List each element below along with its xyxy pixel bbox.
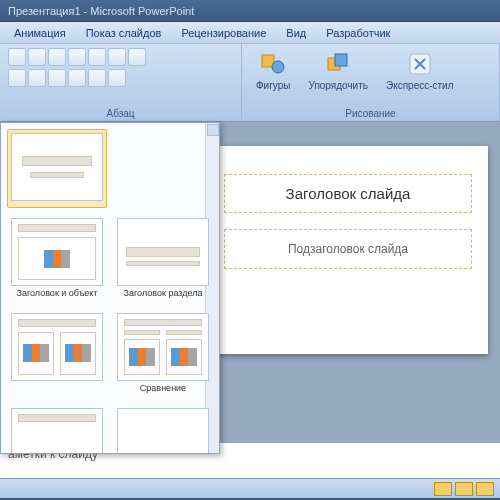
content-icon <box>129 348 155 366</box>
view-normal-button[interactable] <box>434 482 452 496</box>
gallery-scrollbar[interactable] <box>205 123 219 453</box>
view-sorter-button[interactable] <box>455 482 473 496</box>
content-icon <box>171 348 197 366</box>
arrange-icon <box>324 50 352 78</box>
content-icon <box>44 250 70 268</box>
quick-styles-icon <box>406 50 434 78</box>
numbering-button[interactable] <box>28 48 46 66</box>
group-label-paragraph: Абзац <box>8 106 233 121</box>
content-icon <box>23 344 49 362</box>
align-justify-button[interactable] <box>68 69 86 87</box>
title-placeholder[interactable]: Заголовок слайда <box>224 174 472 213</box>
window-titlebar: Презентация1 - Microsoft PowerPoint <box>0 0 500 22</box>
smartart-button[interactable] <box>108 69 126 87</box>
layout-item-title-content[interactable]: Заголовок и объект <box>7 214 107 303</box>
ribbon-group-paragraph: Абзац <box>0 44 242 121</box>
svg-rect-3 <box>335 54 347 66</box>
view-slideshow-button[interactable] <box>476 482 494 496</box>
content-icon <box>65 344 91 362</box>
bullets-button[interactable] <box>8 48 26 66</box>
layout-gallery: Заголовок и объект Заголовок раздела <box>0 122 220 454</box>
arrange-button[interactable]: Упорядочить <box>302 48 374 93</box>
text-direction-button[interactable] <box>108 48 126 66</box>
tab-developer[interactable]: Разработчик <box>316 24 400 42</box>
shapes-button[interactable]: Фигуры <box>250 48 296 93</box>
window-title: Презентация1 - Microsoft PowerPoint <box>8 5 194 17</box>
group-label-drawing: Рисование <box>250 106 491 121</box>
ribbon-tabs: Анимация Показ слайдов Рецензирование Ви… <box>0 22 500 44</box>
layout-item-comparison[interactable]: Сравнение <box>113 309 213 398</box>
layout-item-section-header[interactable]: Заголовок раздела <box>113 214 213 303</box>
layout-item-title-slide[interactable] <box>7 129 107 208</box>
tab-slideshow[interactable]: Показ слайдов <box>76 24 172 42</box>
scroll-up-icon[interactable] <box>207 124 219 136</box>
columns-button[interactable] <box>88 69 106 87</box>
align-right-button[interactable] <box>48 69 66 87</box>
workspace: Заголовок слайда Подзаголовок слайда <box>0 122 500 442</box>
slide-canvas[interactable]: Заголовок слайда Подзаголовок слайда <box>208 146 488 354</box>
subtitle-placeholder[interactable]: Подзаголовок слайда <box>224 229 472 269</box>
ribbon: Абзац Фигуры Упорядочить Экспресс-стил <box>0 44 500 122</box>
quick-styles-button[interactable]: Экспресс-стил <box>380 48 460 93</box>
align-left-button[interactable] <box>8 69 26 87</box>
tab-review[interactable]: Рецензирование <box>171 24 276 42</box>
layout-item-title-only[interactable]: Только заголовок <box>7 404 107 454</box>
layout-item-two-content[interactable] <box>7 309 107 398</box>
tab-view[interactable]: Вид <box>276 24 316 42</box>
align-center-button[interactable] <box>28 69 46 87</box>
line-spacing-button[interactable] <box>88 48 106 66</box>
indent-decrease-button[interactable] <box>48 48 66 66</box>
svg-point-1 <box>272 61 284 73</box>
align-text-button[interactable] <box>128 48 146 66</box>
indent-increase-button[interactable] <box>68 48 86 66</box>
shapes-icon <box>259 50 287 78</box>
tab-animation[interactable]: Анимация <box>4 24 76 42</box>
ribbon-group-drawing: Фигуры Упорядочить Экспресс-стил Рисован… <box>242 44 500 121</box>
status-bar <box>0 478 500 498</box>
layout-item-blank[interactable] <box>113 404 213 454</box>
